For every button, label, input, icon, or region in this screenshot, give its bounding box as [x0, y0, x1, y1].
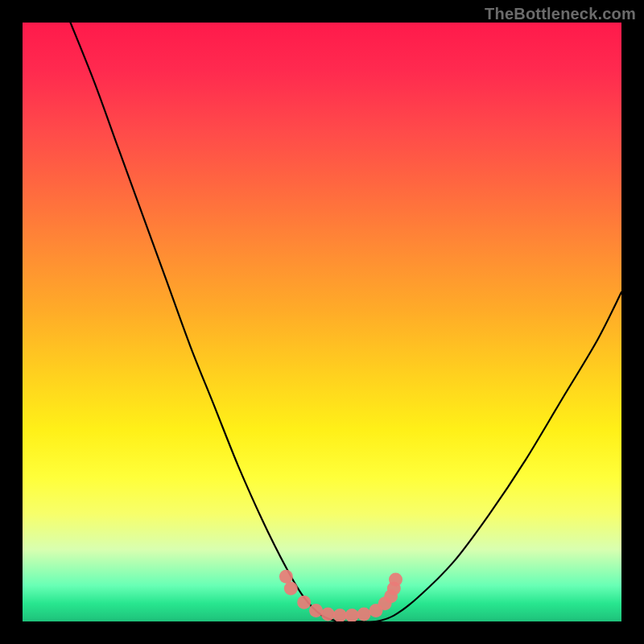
highlight-dot [333, 609, 347, 621]
highlight-dot [357, 608, 371, 621]
highlight-dot [345, 609, 359, 621]
curve-layer [23, 23, 621, 621]
highlight-dot [284, 582, 298, 596]
bottleneck-curve-path [71, 23, 622, 621]
plot-area [23, 23, 621, 621]
highlight-dot [279, 570, 293, 584]
highlight-dot [321, 608, 335, 621]
watermark-text: TheBottleneck.com [485, 5, 636, 23]
chart-frame: TheBottleneck.com [0, 0, 644, 644]
highlight-dot [309, 604, 323, 617]
highlight-dot [389, 572, 402, 586]
highlight-dots-group [279, 570, 402, 621]
highlight-dot [297, 596, 311, 609]
